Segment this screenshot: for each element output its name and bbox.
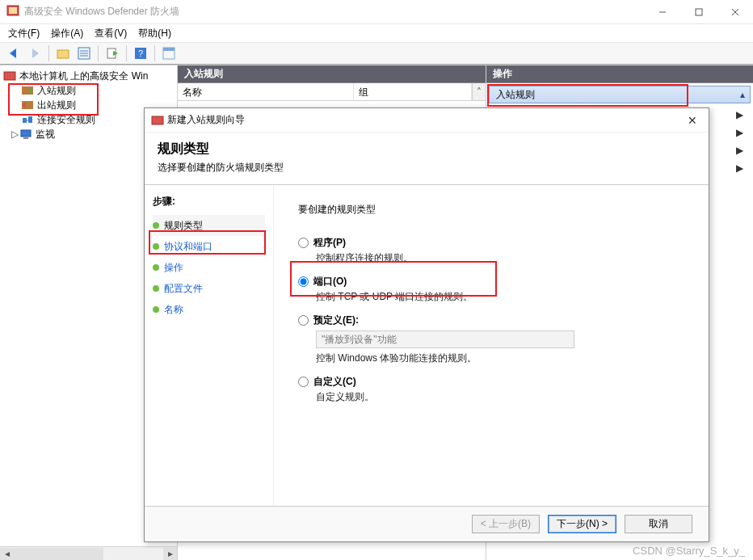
predefined-dropdown[interactable]: "播放到设备"功能 bbox=[316, 331, 574, 348]
svg-rect-25 bbox=[28, 116, 32, 123]
annotation-box-port bbox=[290, 261, 497, 297]
tree-monitor-label: 监视 bbox=[36, 128, 55, 141]
collapse-icon[interactable]: ▴ bbox=[740, 89, 745, 100]
svg-rect-29 bbox=[152, 116, 163, 124]
svg-rect-19 bbox=[4, 72, 15, 80]
svg-rect-18 bbox=[163, 48, 175, 51]
col-name[interactable]: 名称 bbox=[178, 83, 354, 100]
content-header: 入站规则 bbox=[178, 65, 486, 83]
opt-predefined[interactable]: 预定义(E): bbox=[298, 314, 692, 327]
annotation-box-actions bbox=[487, 84, 688, 107]
svg-rect-3 bbox=[696, 9, 702, 15]
col-group[interactable]: 组 bbox=[354, 83, 472, 100]
back-icon[interactable] bbox=[5, 44, 23, 62]
details-pane-icon[interactable] bbox=[160, 44, 178, 62]
svg-rect-1 bbox=[9, 7, 17, 14]
svg-rect-27 bbox=[21, 130, 31, 137]
step-name[interactable]: 名称 bbox=[153, 299, 265, 320]
wizard-heading: 规则类型 bbox=[158, 141, 696, 158]
opt-custom[interactable]: 自定义(C) bbox=[298, 375, 692, 389]
opt-predefined-desc: 控制 Windows 体验功能连接的规则。 bbox=[316, 352, 692, 365]
tree-root-label: 本地计算机 上的高级安全 Win bbox=[19, 69, 148, 83]
wizard-titlebar: 新建入站规则向导 ✕ bbox=[145, 108, 709, 133]
toolbar: ? bbox=[0, 42, 753, 65]
window-controls bbox=[644, 0, 753, 23]
expand-icon[interactable]: ▷ bbox=[10, 128, 19, 140]
back-button: < 上一步(B) bbox=[472, 515, 540, 533]
annotation-box-tree bbox=[8, 83, 99, 116]
svg-marker-7 bbox=[32, 48, 39, 58]
wizard-title-text: 新建入站规则向导 bbox=[167, 113, 245, 127]
svg-rect-28 bbox=[23, 137, 28, 139]
annotation-box-step bbox=[149, 230, 266, 255]
help-icon[interactable]: ? bbox=[132, 44, 149, 62]
monitor-icon bbox=[19, 128, 32, 141]
svg-rect-24 bbox=[23, 118, 27, 123]
close-button[interactable] bbox=[717, 0, 753, 23]
opt-custom-desc: 自定义规则。 bbox=[316, 390, 692, 404]
menu-action[interactable]: 操作(A) bbox=[51, 27, 83, 40]
menu-file[interactable]: 文件(F) bbox=[8, 27, 40, 40]
actions-header: 操作 bbox=[486, 65, 753, 83]
wizard-steps: 步骤: 规则类型 协议和端口 操作 配置文件 名称 bbox=[145, 185, 274, 506]
forward-icon[interactable] bbox=[26, 44, 44, 62]
cancel-button[interactable]: 取消 bbox=[625, 515, 692, 533]
export-icon[interactable] bbox=[103, 44, 121, 62]
svg-rect-8 bbox=[57, 50, 69, 58]
radio-custom[interactable] bbox=[298, 377, 309, 387]
tree-root[interactable]: 本地计算机 上的高级安全 Win bbox=[0, 69, 177, 83]
firewall-icon bbox=[3, 69, 16, 82]
app-icon bbox=[6, 4, 19, 19]
firewall-icon bbox=[151, 114, 164, 127]
scroll-thumb[interactable] bbox=[14, 548, 103, 560]
wizard-subheading: 选择要创建的防火墙规则类型 bbox=[158, 161, 696, 175]
list-header: 名称 组 ˄ bbox=[178, 83, 486, 101]
maximize-button[interactable] bbox=[680, 0, 717, 23]
chevron-right-icon: ▶ bbox=[736, 145, 743, 156]
next-button[interactable]: 下一步(N) > bbox=[548, 515, 616, 533]
chevron-right-icon: ▶ bbox=[736, 127, 743, 138]
wizard-dialog: 新建入站规则向导 ✕ 规则类型 选择要创建的防火墙规则类型 步骤: 规则类型 协… bbox=[144, 107, 709, 542]
wizard-main: 要创建的规则类型 程序(P) 控制程序连接的规则。 端口(O) 控制 TCP 或… bbox=[274, 185, 709, 506]
list-icon[interactable] bbox=[75, 44, 93, 62]
scroll-right-icon[interactable]: ▸ bbox=[163, 548, 177, 560]
menu-help[interactable]: 帮助(H) bbox=[138, 27, 171, 40]
menu-view[interactable]: 查看(V) bbox=[95, 27, 127, 40]
watermark: CSDN @Starry_S_k_y_ bbox=[633, 545, 745, 557]
radio-predefined[interactable] bbox=[298, 315, 309, 326]
folder-icon[interactable] bbox=[54, 44, 72, 62]
wizard-question: 要创建的规则类型 bbox=[298, 203, 692, 217]
scroll-left-icon[interactable]: ◂ bbox=[0, 548, 14, 560]
wizard-close-button[interactable]: ✕ bbox=[676, 114, 709, 127]
list-vscroll-up-icon[interactable]: ˄ bbox=[472, 83, 486, 100]
chevron-right-icon: ▶ bbox=[736, 109, 743, 120]
svg-text:?: ? bbox=[138, 48, 143, 58]
svg-marker-6 bbox=[10, 48, 16, 58]
main-titlebar: 高级安全 Windows Defender 防火墙 bbox=[0, 0, 753, 24]
step-operation[interactable]: 操作 bbox=[153, 257, 265, 278]
minimize-button[interactable] bbox=[644, 0, 680, 23]
chevron-right-icon: ▶ bbox=[736, 162, 743, 174]
window-title: 高级安全 Windows Defender 防火墙 bbox=[24, 5, 179, 19]
step-profile[interactable]: 配置文件 bbox=[153, 278, 265, 299]
wizard-header: 规则类型 选择要创建的防火墙规则类型 bbox=[145, 133, 709, 184]
wizard-buttons: < 上一步(B) 下一步(N) > 取消 bbox=[145, 506, 709, 541]
menubar: 文件(F) 操作(A) 查看(V) 帮助(H) bbox=[0, 24, 753, 42]
opt-program[interactable]: 程序(P) bbox=[298, 236, 692, 250]
tree-hscrollbar[interactable]: ◂ ▸ bbox=[0, 546, 177, 560]
steps-label: 步骤: bbox=[153, 195, 265, 208]
radio-program[interactable] bbox=[298, 238, 309, 248]
